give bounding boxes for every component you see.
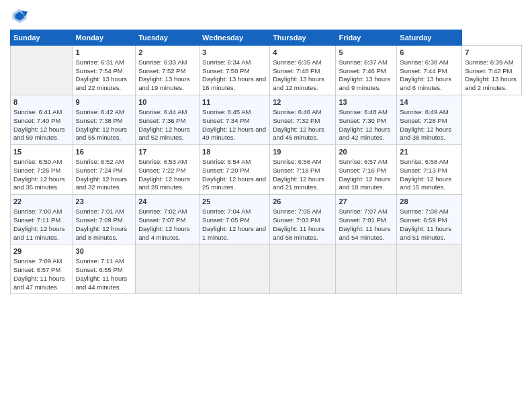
calendar-week-5: 29Sunrise: 7:09 AMSunset: 6:57 PMDayligh… — [11, 244, 522, 294]
column-header-saturday: Saturday — [397, 30, 462, 46]
sunset-text: Sunset: 7:11 PM — [13, 216, 60, 224]
daylight-text: Daylight: 11 hours and 54 minutes. — [339, 225, 390, 241]
calendar-cell: 29Sunrise: 7:09 AMSunset: 6:57 PMDayligh… — [11, 244, 73, 294]
daylight-text: Daylight: 12 hours and 45 minutes. — [273, 126, 324, 142]
daylight-text: Daylight: 12 hours and 28 minutes. — [138, 175, 190, 191]
calendar-week-3: 15Sunrise: 6:50 AMSunset: 7:26 PMDayligh… — [11, 145, 522, 195]
calendar-cell — [136, 244, 200, 294]
sunrise-text: Sunrise: 6:41 AM — [13, 108, 62, 116]
calendar-cell: 3Sunrise: 6:34 AMSunset: 7:50 PMDaylight… — [200, 46, 270, 95]
daylight-text: Daylight: 11 hours and 44 minutes. — [76, 275, 128, 291]
daylight-text: Daylight: 13 hours and 22 minutes. — [76, 75, 128, 91]
sunset-text: Sunset: 7:20 PM — [202, 167, 249, 174]
sunset-text: Sunset: 7:07 PM — [138, 216, 185, 224]
daylight-text: Daylight: 12 hours and 15 minutes. — [400, 175, 451, 191]
sunset-text: Sunset: 7:36 PM — [138, 117, 185, 124]
calendar-cell: 10Sunrise: 6:44 AMSunset: 7:36 PMDayligh… — [136, 95, 200, 145]
column-header-thursday: Thursday — [270, 30, 336, 46]
day-number: 12 — [273, 97, 332, 107]
day-number: 2 — [138, 48, 196, 58]
day-number: 19 — [273, 147, 332, 157]
daylight-text: Daylight: 12 hours and 32 minutes. — [76, 175, 128, 191]
calendar-cell: 21Sunrise: 6:58 AMSunset: 7:13 PMDayligh… — [397, 145, 462, 195]
sunrise-text: Sunrise: 6:53 AM — [138, 158, 187, 165]
sunrise-text: Sunrise: 7:09 AM — [13, 257, 62, 265]
day-number: 14 — [400, 97, 459, 107]
page-container: SundayMondayTuesdayWednesdayThursdayFrid… — [0, 0, 532, 301]
day-number: 11 — [202, 97, 267, 107]
day-number: 15 — [13, 147, 70, 157]
day-number: 17 — [138, 147, 196, 157]
daylight-text: Daylight: 12 hours and 4 minutes. — [138, 225, 190, 241]
day-number: 4 — [273, 48, 332, 58]
header — [10, 7, 522, 26]
day-number: 24 — [138, 197, 196, 207]
day-number: 16 — [76, 147, 133, 157]
sunrise-text: Sunrise: 7:05 AM — [273, 208, 321, 215]
daylight-text: Daylight: 12 hours and 38 minutes. — [400, 126, 451, 142]
calendar-cell: 24Sunrise: 7:02 AMSunset: 7:07 PMDayligh… — [136, 195, 200, 244]
day-number: 28 — [400, 197, 459, 207]
day-number: 25 — [202, 197, 267, 207]
day-number: 30 — [76, 246, 133, 257]
sunset-text: Sunset: 7:16 PM — [339, 167, 386, 174]
calendar-cell: 4Sunrise: 6:35 AMSunset: 7:48 PMDaylight… — [270, 46, 336, 95]
sunrise-text: Sunrise: 6:57 AM — [339, 158, 387, 165]
sunrise-text: Sunrise: 7:00 AM — [13, 208, 62, 215]
sunrise-text: Sunrise: 6:52 AM — [76, 158, 124, 165]
day-number: 18 — [202, 147, 267, 157]
column-header-friday: Friday — [336, 30, 397, 46]
calendar-cell: 9Sunrise: 6:42 AMSunset: 7:38 PMDaylight… — [73, 95, 136, 145]
sunrise-text: Sunrise: 6:38 AM — [400, 58, 448, 66]
calendar-cell: 13Sunrise: 6:48 AMSunset: 7:30 PMDayligh… — [336, 95, 397, 145]
calendar-cell: 28Sunrise: 7:08 AMSunset: 6:59 PMDayligh… — [397, 195, 462, 244]
empty-cell — [11, 46, 73, 95]
sunrise-text: Sunrise: 6:54 AM — [202, 158, 251, 165]
sunset-text: Sunset: 6:55 PM — [76, 266, 123, 273]
logo-icon — [10, 7, 29, 26]
sunset-text: Sunset: 7:28 PM — [400, 117, 447, 124]
sunset-text: Sunset: 7:09 PM — [76, 216, 123, 224]
sunset-text: Sunset: 7:22 PM — [138, 167, 185, 174]
daylight-text: Daylight: 13 hours and 9 minutes. — [339, 75, 390, 91]
daylight-text: Daylight: 12 hours and 8 minutes. — [76, 225, 128, 241]
daylight-text: Daylight: 13 hours and 2 minutes. — [465, 75, 517, 91]
daylight-text: Daylight: 12 hours and 1 minute. — [202, 225, 266, 241]
calendar-table: SundayMondayTuesdayWednesdayThursdayFrid… — [10, 30, 522, 294]
sunrise-text: Sunrise: 6:33 AM — [138, 58, 187, 66]
sunset-text: Sunset: 7:18 PM — [273, 167, 320, 174]
calendar-cell — [270, 244, 336, 294]
sunset-text: Sunset: 7:24 PM — [76, 167, 123, 174]
sunset-text: Sunset: 7:05 PM — [202, 216, 249, 224]
sunrise-text: Sunrise: 7:04 AM — [202, 208, 251, 215]
daylight-text: Daylight: 12 hours and 18 minutes. — [339, 175, 390, 191]
day-number: 21 — [400, 147, 459, 157]
daylight-text: Daylight: 12 hours and 21 minutes. — [273, 175, 324, 191]
day-number: 29 — [13, 246, 70, 257]
column-header-sunday: Sunday — [11, 30, 73, 46]
calendar-week-4: 22Sunrise: 7:00 AMSunset: 7:11 PMDayligh… — [11, 195, 522, 244]
daylight-text: Daylight: 11 hours and 58 minutes. — [273, 225, 324, 241]
daylight-text: Daylight: 12 hours and 49 minutes. — [202, 126, 266, 142]
sunrise-text: Sunrise: 6:49 AM — [400, 108, 448, 116]
calendar-cell: 22Sunrise: 7:00 AMSunset: 7:11 PMDayligh… — [11, 195, 73, 244]
sunset-text: Sunset: 7:44 PM — [400, 67, 447, 75]
sunrise-text: Sunrise: 6:31 AM — [76, 58, 124, 66]
sunset-text: Sunset: 6:59 PM — [400, 216, 447, 224]
daylight-text: Daylight: 12 hours and 25 minutes. — [202, 175, 266, 191]
sunrise-text: Sunrise: 7:08 AM — [400, 208, 448, 215]
sunset-text: Sunset: 7:40 PM — [13, 117, 60, 124]
sunrise-text: Sunrise: 6:44 AM — [138, 108, 187, 116]
calendar-cell: 17Sunrise: 6:53 AMSunset: 7:22 PMDayligh… — [136, 145, 200, 195]
sunset-text: Sunset: 7:03 PM — [273, 216, 320, 224]
sunrise-text: Sunrise: 7:11 AM — [76, 257, 124, 265]
calendar-cell: 23Sunrise: 7:01 AMSunset: 7:09 PMDayligh… — [73, 195, 136, 244]
sunset-text: Sunset: 7:34 PM — [202, 117, 249, 124]
day-number: 5 — [339, 48, 394, 58]
sunrise-text: Sunrise: 6:34 AM — [202, 58, 251, 66]
daylight-text: Daylight: 13 hours and 12 minutes. — [273, 75, 324, 91]
sunset-text: Sunset: 7:52 PM — [138, 67, 185, 75]
day-number: 20 — [339, 147, 394, 157]
daylight-text: Daylight: 13 hours and 19 minutes. — [138, 75, 190, 91]
calendar-cell — [397, 244, 462, 294]
